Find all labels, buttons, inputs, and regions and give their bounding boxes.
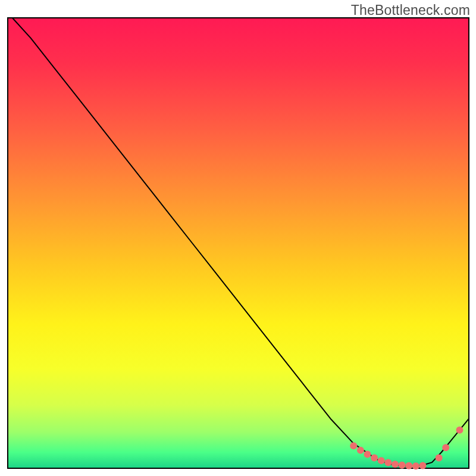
curve-marker (399, 462, 406, 469)
watermark-text: TheBottleneck.com (351, 2, 470, 18)
curve-marker (442, 444, 449, 451)
curve-marker (357, 447, 364, 454)
curve-marker (364, 451, 371, 458)
curve-marker (412, 462, 419, 469)
curve-marker (392, 461, 399, 468)
gradient-background (8, 18, 469, 468)
curve-marker (384, 459, 392, 466)
chart-canvas (0, 0, 476, 476)
curve-marker (436, 455, 443, 462)
bottleneck-chart: TheBottleneck.com (0, 0, 476, 476)
curve-marker (350, 442, 357, 449)
curve-marker (371, 455, 378, 462)
curve-marker (456, 427, 464, 434)
curve-marker (378, 457, 385, 464)
curve-marker (419, 462, 427, 469)
curve-marker (405, 462, 412, 469)
